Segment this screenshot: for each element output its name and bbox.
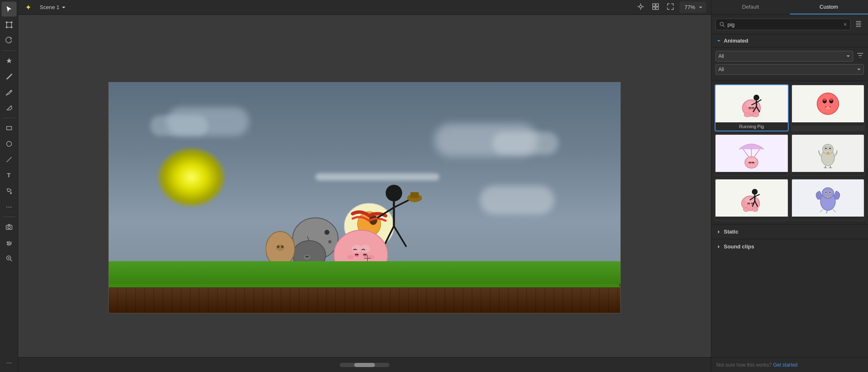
svg-line-126 bbox=[755, 194, 760, 197]
svg-point-2 bbox=[11, 22, 12, 23]
svg-point-97 bbox=[751, 158, 756, 162]
svg-point-44 bbox=[362, 253, 367, 257]
svg-point-123 bbox=[752, 189, 758, 195]
asset-running-pig[interactable]: Running Pig bbox=[715, 84, 789, 131]
svg-point-48 bbox=[365, 254, 367, 255]
tool-text[interactable]: T bbox=[2, 168, 17, 183]
svg-point-60 bbox=[281, 246, 284, 248]
svg-point-91 bbox=[830, 98, 833, 101]
asset-bird-robot[interactable] bbox=[791, 134, 865, 176]
svg-point-27 bbox=[324, 230, 329, 235]
scene-canvas bbox=[108, 82, 621, 313]
svg-point-119 bbox=[748, 203, 749, 204]
search-input[interactable] bbox=[727, 21, 841, 28]
asset-thumb-pink-ball bbox=[792, 85, 864, 122]
tool-more1[interactable]: ··· bbox=[2, 199, 17, 214]
dirt-detail bbox=[109, 283, 620, 313]
tool-zoom[interactable] bbox=[2, 251, 17, 266]
asset-thumb-pig-rider bbox=[715, 179, 788, 217]
tool-select[interactable] bbox=[2, 2, 17, 17]
fit-icon[interactable] bbox=[665, 1, 676, 14]
pig-rider-preview bbox=[735, 183, 768, 214]
left-toolbar: T ··· ··· bbox=[0, 0, 18, 372]
svg-rect-24 bbox=[653, 7, 655, 10]
sound-clips-section-header[interactable]: Sound clips bbox=[711, 239, 868, 254]
asset-pig-rider[interactable] bbox=[715, 179, 789, 221]
svg-line-6 bbox=[8, 106, 11, 109]
svg-point-130 bbox=[752, 207, 758, 212]
svg-point-76 bbox=[754, 95, 759, 100]
main-area: ✦ Scene 1 77% bbox=[18, 0, 711, 372]
tool-transform[interactable] bbox=[2, 17, 17, 32]
svg-point-32 bbox=[386, 185, 402, 201]
search-clear-button[interactable]: × bbox=[844, 21, 847, 28]
animated-chevron-icon bbox=[716, 38, 721, 43]
ground-layer bbox=[109, 263, 620, 313]
tool-camera[interactable] bbox=[2, 219, 17, 234]
asset-thumb-running-pig bbox=[715, 85, 788, 122]
tool-pin[interactable] bbox=[2, 53, 17, 68]
list-view-toggle[interactable] bbox=[853, 18, 864, 31]
tool-line[interactable] bbox=[2, 152, 17, 167]
animated-section-header[interactable]: Animated bbox=[711, 34, 868, 48]
zoom-value: 77% bbox=[683, 2, 697, 12]
canvas-area bbox=[18, 15, 711, 357]
right-panel: Default Custom × Animated All bbox=[711, 0, 868, 372]
tool-rect[interactable] bbox=[2, 121, 17, 136]
tab-custom[interactable]: Custom bbox=[790, 0, 868, 14]
svg-point-129 bbox=[743, 207, 749, 212]
filter-select-2[interactable]: All bbox=[715, 64, 864, 75]
svg-point-109 bbox=[829, 148, 831, 149]
svg-rect-39 bbox=[410, 192, 419, 198]
svg-point-121 bbox=[751, 203, 753, 204]
svg-point-135 bbox=[825, 191, 827, 193]
tab-default[interactable]: Default bbox=[711, 0, 790, 14]
tool-circle[interactable] bbox=[2, 136, 17, 151]
svg-point-12 bbox=[8, 226, 10, 229]
pig-parachute-preview bbox=[735, 137, 768, 170]
asset-blue-bird[interactable] bbox=[791, 179, 865, 221]
scene-selector[interactable]: Scene 1 bbox=[36, 2, 69, 12]
cloud-2 bbox=[150, 115, 208, 136]
scene-name: Scene 1 bbox=[40, 4, 60, 10]
filter-icon[interactable] bbox=[856, 52, 864, 61]
zoom-control[interactable]: 77% bbox=[680, 2, 706, 13]
tool-draw[interactable] bbox=[2, 69, 17, 84]
tool-rotate[interactable] bbox=[2, 33, 17, 48]
grid-icon[interactable] bbox=[650, 1, 661, 14]
static-section-header[interactable]: Static bbox=[711, 224, 868, 239]
svg-point-103 bbox=[753, 162, 754, 163]
svg-point-55 bbox=[305, 256, 307, 258]
filter-area: All All bbox=[711, 48, 868, 81]
svg-point-3 bbox=[6, 27, 7, 28]
svg-rect-22 bbox=[653, 4, 655, 6]
toolbar-divider-3 bbox=[3, 217, 15, 217]
topbar-icons: 77% bbox=[635, 1, 706, 14]
svg-point-45 bbox=[355, 254, 357, 255]
filter-select-1[interactable]: All bbox=[715, 51, 853, 62]
running-pig-preview bbox=[735, 89, 768, 118]
snap-icon[interactable] bbox=[635, 1, 646, 14]
top-bar: ✦ Scene 1 77% bbox=[18, 0, 711, 15]
svg-point-54 bbox=[304, 255, 310, 260]
asset-pig-parachute[interactable] bbox=[715, 134, 789, 176]
svg-point-74 bbox=[752, 107, 753, 109]
horizontal-scrollbar[interactable] bbox=[340, 363, 389, 367]
scrollbar-thumb[interactable] bbox=[354, 363, 375, 367]
svg-line-14 bbox=[10, 260, 12, 261]
asset-pink-ball[interactable] bbox=[791, 84, 865, 131]
svg-point-56 bbox=[307, 256, 309, 258]
tool-pen[interactable] bbox=[2, 85, 17, 100]
asset-thumb-bird-robot bbox=[792, 135, 864, 172]
tool-paint[interactable] bbox=[2, 184, 17, 198]
svg-text:T: T bbox=[7, 172, 11, 179]
search-box: × bbox=[715, 19, 851, 30]
app-logo: ✦ bbox=[23, 2, 33, 12]
svg-rect-23 bbox=[656, 4, 658, 6]
tool-more2[interactable]: ··· bbox=[2, 355, 17, 370]
tool-hand[interactable] bbox=[2, 235, 17, 250]
svg-point-83 bbox=[752, 113, 759, 117]
get-started-link[interactable]: Get started bbox=[773, 362, 797, 368]
tool-eraser[interactable] bbox=[2, 100, 17, 115]
toolbar-divider-2 bbox=[3, 118, 15, 118]
